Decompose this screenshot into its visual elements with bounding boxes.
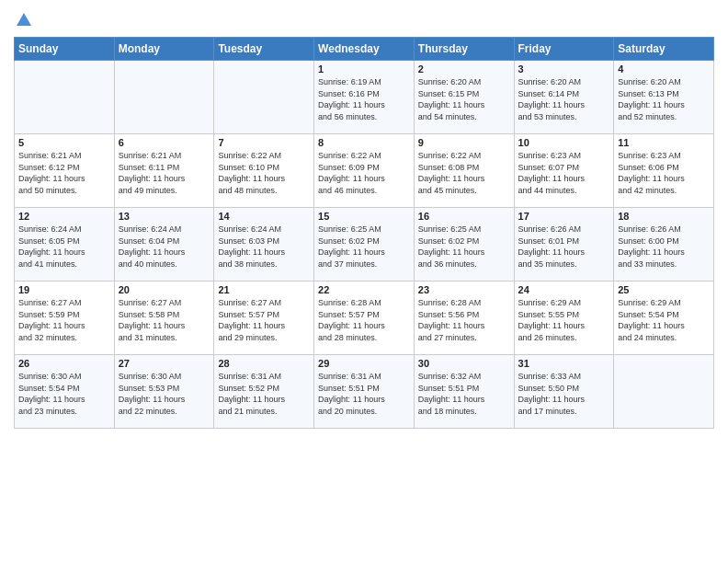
day-cell: 22Sunrise: 6:28 AM Sunset: 5:57 PM Dayli… (314, 282, 415, 355)
day-number: 13 (119, 211, 210, 222)
day-number: 18 (618, 211, 710, 222)
day-number: 3 (518, 63, 610, 75)
day-info: Sunrise: 6:24 AM Sunset: 6:03 PM Dayligh… (218, 224, 310, 270)
day-info: Sunrise: 6:20 AM Sunset: 6:14 PM Dayligh… (518, 76, 610, 122)
day-number: 5 (18, 137, 110, 148)
day-info: Sunrise: 6:22 AM Sunset: 6:09 PM Dayligh… (318, 150, 410, 196)
day-number: 25 (618, 284, 710, 295)
day-info: Sunrise: 6:19 AM Sunset: 6:16 PM Dayligh… (318, 76, 410, 122)
day-info: Sunrise: 6:33 AM Sunset: 5:50 PM Dayligh… (518, 371, 610, 417)
day-number: 4 (618, 63, 710, 75)
day-cell: 18Sunrise: 6:26 AM Sunset: 6:00 PM Dayli… (614, 208, 714, 282)
weekday-header-monday: Monday (114, 38, 214, 61)
day-info: Sunrise: 6:31 AM Sunset: 5:51 PM Dayligh… (318, 371, 410, 417)
week-row-5: 26Sunrise: 6:30 AM Sunset: 5:54 PM Dayli… (15, 355, 714, 429)
day-cell: 17Sunrise: 6:26 AM Sunset: 6:01 PM Dayli… (514, 208, 614, 282)
day-cell (114, 61, 214, 134)
weekday-header-row: SundayMondayTuesdayWednesdayThursdayFrid… (15, 38, 714, 61)
day-cell: 21Sunrise: 6:27 AM Sunset: 5:57 PM Dayli… (214, 282, 314, 355)
day-number: 14 (218, 211, 310, 222)
day-info: Sunrise: 6:30 AM Sunset: 5:53 PM Dayligh… (119, 371, 210, 417)
calendar-table: SundayMondayTuesdayWednesdayThursdayFrid… (14, 37, 714, 429)
day-cell (614, 355, 714, 429)
day-cell (15, 61, 115, 134)
week-row-1: 1Sunrise: 6:19 AM Sunset: 6:16 PM Daylig… (15, 61, 714, 134)
weekday-header-sunday: Sunday (15, 38, 115, 61)
day-number: 11 (618, 137, 710, 148)
day-info: Sunrise: 6:29 AM Sunset: 5:54 PM Dayligh… (618, 297, 710, 343)
day-cell: 15Sunrise: 6:25 AM Sunset: 6:02 PM Dayli… (314, 208, 415, 282)
logo-text (14, 13, 33, 29)
day-cell: 25Sunrise: 6:29 AM Sunset: 5:54 PM Dayli… (614, 282, 714, 355)
day-cell: 16Sunrise: 6:25 AM Sunset: 6:02 PM Dayli… (414, 208, 514, 282)
day-info: Sunrise: 6:20 AM Sunset: 6:13 PM Dayligh… (618, 76, 710, 122)
day-cell: 10Sunrise: 6:23 AM Sunset: 6:07 PM Dayli… (514, 134, 614, 208)
day-cell: 27Sunrise: 6:30 AM Sunset: 5:53 PM Dayli… (114, 355, 214, 429)
day-info: Sunrise: 6:27 AM Sunset: 5:58 PM Dayligh… (119, 297, 210, 343)
day-cell: 29Sunrise: 6:31 AM Sunset: 5:51 PM Dayli… (314, 355, 415, 429)
day-cell: 11Sunrise: 6:23 AM Sunset: 6:06 PM Dayli… (614, 134, 714, 208)
day-number: 30 (418, 358, 510, 369)
day-info: Sunrise: 6:29 AM Sunset: 5:55 PM Dayligh… (518, 297, 610, 343)
day-info: Sunrise: 6:24 AM Sunset: 6:04 PM Dayligh… (119, 224, 210, 270)
day-info: Sunrise: 6:24 AM Sunset: 6:05 PM Dayligh… (18, 224, 110, 270)
day-cell: 23Sunrise: 6:28 AM Sunset: 5:56 PM Dayli… (414, 282, 514, 355)
day-info: Sunrise: 6:30 AM Sunset: 5:54 PM Dayligh… (18, 371, 110, 417)
day-info: Sunrise: 6:25 AM Sunset: 6:02 PM Dayligh… (418, 224, 510, 270)
day-cell: 3Sunrise: 6:20 AM Sunset: 6:14 PM Daylig… (514, 61, 614, 134)
day-cell: 8Sunrise: 6:22 AM Sunset: 6:09 PM Daylig… (314, 134, 415, 208)
logo (14, 13, 33, 29)
week-row-4: 19Sunrise: 6:27 AM Sunset: 5:59 PM Dayli… (15, 282, 714, 355)
day-info: Sunrise: 6:22 AM Sunset: 6:08 PM Dayligh… (418, 150, 510, 196)
day-number: 12 (18, 211, 110, 222)
day-cell: 20Sunrise: 6:27 AM Sunset: 5:58 PM Dayli… (114, 282, 214, 355)
day-number: 31 (518, 358, 610, 369)
day-cell: 5Sunrise: 6:21 AM Sunset: 6:12 PM Daylig… (15, 134, 115, 208)
day-info: Sunrise: 6:21 AM Sunset: 6:11 PM Dayligh… (119, 150, 210, 196)
day-cell: 12Sunrise: 6:24 AM Sunset: 6:05 PM Dayli… (15, 208, 115, 282)
weekday-header-saturday: Saturday (614, 38, 714, 61)
weekday-header-tuesday: Tuesday (214, 38, 314, 61)
day-info: Sunrise: 6:27 AM Sunset: 5:59 PM Dayligh… (18, 297, 110, 343)
day-number: 23 (418, 284, 510, 295)
day-number: 24 (518, 284, 610, 295)
day-number: 22 (318, 284, 410, 295)
day-info: Sunrise: 6:23 AM Sunset: 6:06 PM Dayligh… (618, 150, 710, 196)
day-number: 26 (18, 358, 110, 369)
svg-marker-0 (17, 13, 31, 26)
weekday-header-wednesday: Wednesday (314, 38, 415, 61)
day-cell: 7Sunrise: 6:22 AM Sunset: 6:10 PM Daylig… (214, 134, 314, 208)
page-container: SundayMondayTuesdayWednesdayThursdayFrid… (0, 0, 728, 438)
day-cell: 13Sunrise: 6:24 AM Sunset: 6:04 PM Dayli… (114, 208, 214, 282)
day-number: 17 (518, 211, 610, 222)
day-number: 29 (318, 358, 410, 369)
day-number: 19 (18, 284, 110, 295)
day-number: 7 (218, 137, 310, 148)
day-cell (214, 61, 314, 134)
day-number: 6 (119, 137, 210, 148)
day-number: 27 (119, 358, 210, 369)
day-number: 8 (318, 137, 410, 148)
day-cell: 4Sunrise: 6:20 AM Sunset: 6:13 PM Daylig… (614, 61, 714, 134)
day-info: Sunrise: 6:23 AM Sunset: 6:07 PM Dayligh… (518, 150, 610, 196)
day-info: Sunrise: 6:31 AM Sunset: 5:52 PM Dayligh… (218, 371, 310, 417)
day-info: Sunrise: 6:22 AM Sunset: 6:10 PM Dayligh… (218, 150, 310, 196)
logo-icon (15, 11, 33, 29)
header (14, 9, 714, 29)
day-info: Sunrise: 6:28 AM Sunset: 5:57 PM Dayligh… (318, 297, 410, 343)
day-cell: 2Sunrise: 6:20 AM Sunset: 6:15 PM Daylig… (414, 61, 514, 134)
day-cell: 9Sunrise: 6:22 AM Sunset: 6:08 PM Daylig… (414, 134, 514, 208)
day-info: Sunrise: 6:32 AM Sunset: 5:51 PM Dayligh… (418, 371, 510, 417)
day-number: 15 (318, 211, 410, 222)
day-info: Sunrise: 6:26 AM Sunset: 6:00 PM Dayligh… (618, 224, 710, 270)
day-number: 2 (418, 63, 510, 75)
day-number: 20 (119, 284, 210, 295)
week-row-3: 12Sunrise: 6:24 AM Sunset: 6:05 PM Dayli… (15, 208, 714, 282)
day-info: Sunrise: 6:21 AM Sunset: 6:12 PM Dayligh… (18, 150, 110, 196)
day-cell: 26Sunrise: 6:30 AM Sunset: 5:54 PM Dayli… (15, 355, 115, 429)
day-number: 10 (518, 137, 610, 148)
week-row-2: 5Sunrise: 6:21 AM Sunset: 6:12 PM Daylig… (15, 134, 714, 208)
day-info: Sunrise: 6:25 AM Sunset: 6:02 PM Dayligh… (318, 224, 410, 270)
day-number: 1 (318, 63, 410, 75)
day-info: Sunrise: 6:26 AM Sunset: 6:01 PM Dayligh… (518, 224, 610, 270)
